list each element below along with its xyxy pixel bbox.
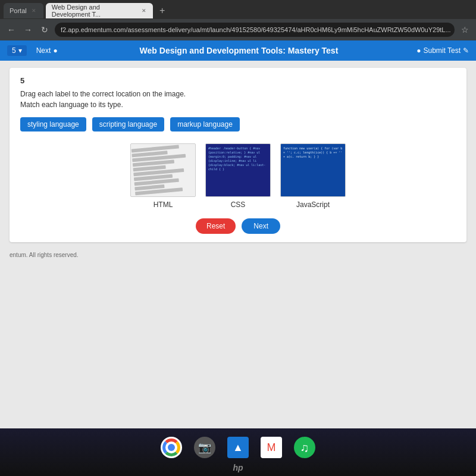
submit-test-arrow: ✎ [463, 46, 469, 55]
chrome-center [168, 444, 175, 451]
html-label: HTML [154, 201, 173, 209]
html-image[interactable] [130, 143, 196, 197]
tab-webdesign[interactable]: Web Design and Development T... ✕ [46, 3, 153, 18]
back-button[interactable]: ← [5, 23, 18, 36]
labels-row: styling language scripting language mark… [20, 117, 456, 131]
tab-portal-close[interactable]: ✕ [30, 7, 37, 14]
page-title: Web Design and Development Tools: Master… [67, 46, 411, 55]
next-button[interactable]: Next [242, 218, 280, 234]
css-code-visual: #header .header-button { #nav {position:… [206, 144, 270, 196]
submit-test-icon: ● [416, 46, 421, 55]
toolbar-next-label: Next [36, 46, 51, 55]
tab-bar: Portal ✕ Web Design and Development T...… [0, 0, 476, 19]
reset-button[interactable]: Reset [196, 218, 236, 234]
taskbar-spotify-icon[interactable]: ♫ [294, 437, 315, 458]
question-counter: 5 ▾ [7, 45, 27, 56]
taskbar: 📷 ▲ M ♫ hp [0, 428, 476, 476]
taskbar-camera-icon[interactable]: 📷 [194, 437, 215, 458]
js-container: function new user(a) { for (var b = ''; … [280, 143, 346, 209]
question-dropdown-icon[interactable]: ▾ [18, 46, 22, 55]
toolbar-next-dot: ● [53, 46, 57, 55]
label-markup-text: markup language [177, 120, 233, 129]
address-input[interactable]: f2.app.edmentum.com/assessments-delivery… [55, 23, 455, 37]
html-container: HTML [130, 143, 196, 209]
toolbar-next-button[interactable]: Next ● [33, 45, 61, 56]
forward-button[interactable]: → [21, 23, 35, 36]
new-tab-button[interactable]: + [155, 4, 170, 18]
hp-logo: hp [233, 463, 243, 472]
css-container: #header .header-button { #nav {position:… [205, 143, 271, 209]
action-buttons: Reset Next [20, 218, 456, 234]
tab-webdesign-label: Web Design and Development T... [52, 4, 137, 18]
js-label: JavaScript [296, 201, 330, 209]
submit-test-button[interactable]: ● Submit Test ✎ [416, 46, 469, 55]
address-text: f2.app.edmentum.com/assessments-delivery… [61, 26, 451, 33]
css-label: CSS [231, 201, 246, 209]
label-styling[interactable]: styling language [20, 117, 86, 131]
submit-test-label: Submit Test [424, 46, 461, 55]
reload-button[interactable]: ↻ [38, 23, 51, 36]
images-row: HTML #header .header-button { #nav {posi… [20, 143, 456, 209]
footer-text: entum. All rights reserved. [0, 249, 476, 261]
question-card: 5 Drag each label to the correct locatio… [10, 68, 466, 242]
question-instruction: Drag each label to the correct location … [20, 90, 456, 98]
tab-portal[interactable]: Portal ✕ [4, 3, 43, 18]
toolbar: 5 ▾ Next ● Web Design and Development To… [0, 40, 476, 61]
label-scripting-text: scripting language [99, 120, 157, 129]
taskbar-gmail-icon[interactable]: M [261, 437, 282, 458]
taskbar-chrome-icon[interactable] [161, 437, 182, 458]
question-number-label: 5 [12, 46, 16, 55]
js-code-visual: function new user(a) { for (var b = ''; … [281, 144, 345, 196]
tab-portal-label: Portal [10, 7, 27, 14]
html-code-visual [130, 143, 196, 197]
browser-content: 5 Drag each label to the correct locatio… [0, 61, 476, 428]
tab-webdesign-close[interactable]: ✕ [140, 7, 146, 14]
taskbar-icons: 📷 ▲ M ♫ [161, 437, 315, 458]
label-styling-text: styling language [27, 120, 79, 129]
label-scripting[interactable]: scripting language [92, 117, 164, 131]
address-bar-row: ← → ↻ f2.app.edmentum.com/assessments-de… [0, 19, 476, 40]
js-image[interactable]: function new user(a) { for (var b = ''; … [280, 143, 346, 197]
taskbar-drive-icon[interactable]: ▲ [227, 437, 249, 458]
star-button[interactable]: ☆ [458, 23, 471, 36]
question-number: 5 [20, 76, 456, 85]
label-markup[interactable]: markup language [170, 117, 240, 131]
chrome-ring [162, 439, 180, 456]
css-image[interactable]: #header .header-button { #nav {position:… [205, 143, 271, 197]
question-subinstruction: Match each language to its type. [20, 101, 456, 109]
